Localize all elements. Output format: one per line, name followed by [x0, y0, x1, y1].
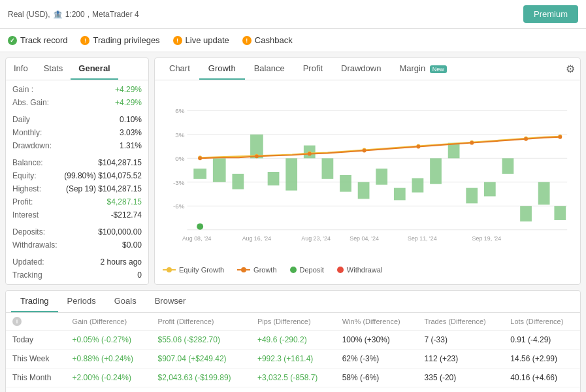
info-row-monthly: Monthly: 3.03% [6, 126, 148, 139]
row-year-lots: 75.66 (-) [504, 387, 580, 393]
row-today-win: 100% (+30%) [336, 331, 418, 350]
info-icon: i [12, 317, 22, 326]
svg-point-45 [470, 141, 474, 145]
tab-info[interactable]: Info [6, 58, 36, 80]
row-year-gain: +4.29% (-) [66, 387, 152, 393]
row-year-profit: $4,287.15 (-) [151, 387, 250, 393]
tab-growth[interactable]: Growth [199, 58, 245, 80]
track-record-label: Track record [20, 35, 67, 45]
svg-rect-13 [232, 174, 244, 189]
tab-browser[interactable]: Browser [146, 291, 195, 312]
row-month-lots: 40.16 (+4.66) [504, 368, 580, 387]
info-row-profit: Profit: $4,287.15 [6, 195, 148, 208]
row-week-label: This Week [6, 350, 66, 368]
th-win: Win% (Difference) [336, 313, 418, 331]
row-today-lots: 0.91 (-4.29) [504, 331, 580, 350]
chart-settings-icon[interactable]: ⚙ [566, 63, 575, 75]
drawdown-label: Drawdown: [12, 141, 52, 150]
tab-profit[interactable]: Profit [294, 58, 332, 80]
info-row-tracking: Tracking 0 [6, 269, 148, 282]
info-row-equity: Equity: (99.80%) $104,075.52 [6, 169, 148, 182]
gain-label: Gain : [12, 85, 33, 94]
svg-rect-20 [358, 182, 370, 199]
tab-drawdown[interactable]: Drawdown [332, 58, 390, 80]
svg-rect-22 [394, 188, 406, 201]
header-left: Real (USD), 🏦 1:200 , MetaTrader 4 [8, 10, 139, 19]
nav-cashback[interactable]: ! Cashback [242, 31, 293, 49]
cashback-icon: ! [242, 36, 252, 45]
tab-chart[interactable]: Chart [160, 58, 199, 80]
header: Real (USD), 🏦 1:200 , MetaTrader 4 Premi… [0, 0, 586, 29]
chart-legend: Equity Growth Growth Deposit Withdrawal [155, 263, 580, 279]
tab-goals[interactable]: Goals [105, 291, 146, 312]
table-header-row: i Gain (Difference) Profit (Difference) … [6, 313, 580, 331]
tab-margin[interactable]: Margin New [390, 58, 455, 80]
svg-rect-30 [538, 182, 550, 205]
svg-point-43 [363, 149, 366, 153]
equity-value: (99.80%) $104,075.52 [64, 171, 142, 180]
svg-text:Aug 23, '24: Aug 23, '24 [301, 235, 331, 242]
legend-withdrawal-dot [337, 267, 344, 273]
track-record-icon: ✓ [8, 36, 17, 45]
profit-label: Profit: [12, 197, 33, 206]
svg-text:Sep 19, '24: Sep 19, '24 [472, 235, 502, 242]
right-panel: Chart Growth Balance Profit Drawdown Mar… [154, 57, 581, 285]
row-today-profit: $55.06 (-$282.70) [151, 331, 250, 350]
balance-label: Balance: [12, 158, 43, 167]
profit-value: $4,287.15 [107, 197, 142, 206]
monthly-label: Monthly: [12, 128, 42, 137]
svg-rect-11 [193, 169, 206, 179]
legend-deposit-label: Deposit [300, 266, 324, 274]
row-year-win: 61% (-) [336, 387, 418, 393]
svg-rect-19 [340, 175, 351, 192]
legend-equity-growth-label: Equity Growth [179, 266, 224, 274]
trading-privileges-label: Trading privileges [93, 35, 159, 45]
svg-point-42 [308, 152, 312, 155]
svg-rect-18 [321, 158, 333, 179]
tab-periods[interactable]: Periods [58, 291, 105, 312]
legend-deposit-dot [290, 267, 297, 273]
nav-track-record[interactable]: ✓ Track record [8, 31, 67, 49]
new-badge: New [430, 65, 447, 73]
svg-point-41 [255, 154, 259, 158]
account-info: Real (USD), [8, 10, 50, 19]
growth-chart: 6% 3% 0% -3% -6% [161, 87, 574, 257]
tracking-label: Tracking [12, 270, 42, 280]
svg-text:0%: 0% [175, 155, 184, 162]
svg-rect-23 [412, 178, 424, 193]
th-trades: Trades (Difference) [418, 313, 504, 331]
row-month-label: This Month [6, 368, 66, 387]
svg-rect-16 [285, 158, 297, 190]
deposits-value: $100,000.00 [98, 227, 142, 237]
interest-value: -$212.74 [111, 210, 142, 220]
nav-trading-privileges[interactable]: ! Trading privileges [80, 31, 159, 49]
live-update-label: Live update [186, 35, 229, 45]
daily-label: Daily [12, 115, 30, 124]
premium-button[interactable]: Premium [523, 5, 578, 23]
tracking-value: 0 [137, 270, 142, 280]
svg-point-47 [558, 135, 562, 139]
nav-live-update[interactable]: ! Live update [173, 31, 229, 49]
info-row-gain: Gain : +4.29% [6, 83, 148, 96]
tab-general[interactable]: General [71, 58, 118, 80]
legend-withdrawal: Withdrawal [337, 266, 382, 274]
left-tabs: Info Stats General [6, 58, 148, 80]
drawdown-value: 1.31% [120, 141, 142, 150]
svg-point-44 [416, 145, 420, 149]
left-panel: Info Stats General Gain : +4.29% Abs. Ga… [5, 57, 149, 285]
main-content: Info Stats General Gain : +4.29% Abs. Ga… [0, 52, 586, 290]
legend-deposit: Deposit [290, 266, 324, 274]
cashback-label: Cashback [255, 35, 293, 45]
tab-stats[interactable]: Stats [36, 58, 71, 80]
abs-gain-value: +4.29% [115, 98, 142, 107]
interest-label: Interest [12, 210, 39, 220]
bottom-section: Trading Periods Goals Browser i Gain (Di… [5, 290, 581, 392]
leverage: 1:200 [65, 10, 85, 19]
row-year-pips: +6,923.7 (-) [251, 387, 336, 393]
row-today-label: Today [6, 331, 66, 350]
svg-text:-6%: -6% [173, 203, 185, 210]
tab-trading[interactable]: Trading [11, 291, 58, 312]
live-update-icon: ! [173, 36, 182, 45]
tab-balance[interactable]: Balance [245, 58, 294, 80]
svg-rect-21 [376, 169, 387, 185]
